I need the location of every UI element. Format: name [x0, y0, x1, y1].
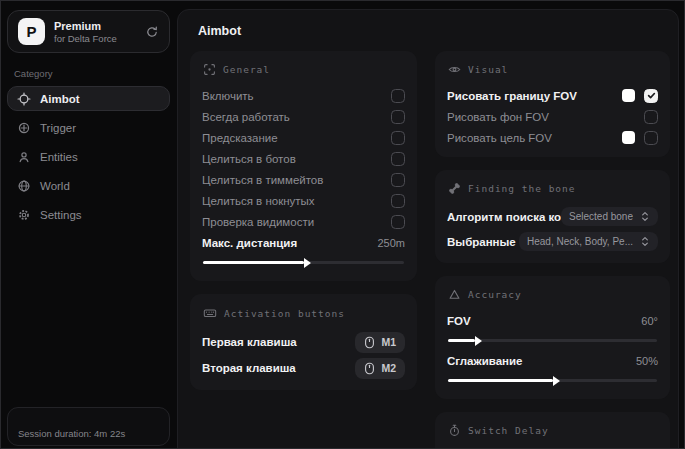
card-title: Finding the bone — [468, 183, 576, 194]
fov-slider[interactable] — [448, 339, 657, 342]
option-label: Рисовать границу FOV — [447, 90, 622, 102]
page-title: Aimbot — [198, 24, 670, 38]
dropdown-value: Head, Neck, Body, Pe... — [527, 236, 633, 247]
checkbox-target-teammates[interactable] — [391, 173, 405, 187]
premium-card: P Premium for Delta Force — [7, 10, 170, 53]
keybind-value: M2 — [381, 362, 396, 374]
color-swatch[interactable] — [622, 89, 635, 102]
option-label: Рисовать цель FOV — [447, 132, 622, 144]
keyboard-icon — [203, 306, 217, 320]
general-card: General Включить Всегда работать Предска… — [190, 51, 417, 281]
refresh-icon[interactable] — [145, 25, 159, 39]
sidebar-item-trigger[interactable]: Trigger — [7, 115, 170, 140]
setting-label: Алгоритм поиска кост — [447, 211, 561, 223]
chevron-up-down-icon — [640, 236, 650, 247]
crosshair-icon — [17, 92, 31, 106]
card-title: Accuracy — [468, 289, 522, 300]
eye-icon — [448, 63, 461, 76]
slider-value: 50% — [636, 355, 658, 367]
card-title: General — [223, 64, 270, 75]
sidebar-item-label: Entities — [40, 151, 78, 163]
option-label: Рисовать фон FOV — [447, 111, 644, 123]
mouse-icon — [364, 336, 375, 349]
keybind-label: Первая клавиша — [202, 336, 355, 348]
option-label: Включить — [202, 90, 391, 102]
option-label: Всегда работать — [202, 111, 391, 123]
accuracy-card: Accuracy FOV60° Сглаживание50% — [435, 276, 670, 399]
premium-subtitle: for Delta Force — [54, 33, 117, 44]
checkbox-enable[interactable] — [391, 89, 405, 103]
stopwatch-icon — [448, 424, 461, 437]
option-label: Проверка видимости — [202, 216, 391, 228]
option-label: Целиться в нокнутых — [202, 195, 391, 207]
sidebar-item-aimbot[interactable]: Aimbot — [7, 86, 170, 111]
slider-label: Сглаживание — [447, 355, 628, 367]
chevron-up-down-icon — [640, 211, 650, 222]
sidebar-item-label: Settings — [40, 209, 82, 221]
sidebar-item-settings[interactable]: Settings — [7, 202, 170, 227]
activation-buttons-card: Activation buttons Первая клавиша M1 Вто… — [190, 294, 417, 390]
bone-icon — [448, 182, 461, 195]
gear-icon — [17, 208, 31, 222]
app-logo: P — [18, 18, 45, 45]
premium-title: Premium — [54, 20, 117, 32]
session-duration-text: Session duration: 4m 22s — [18, 428, 125, 439]
smoothing-slider[interactable] — [448, 379, 657, 382]
selected-bones-dropdown[interactable]: Head, Neck, Body, Pe... — [519, 232, 658, 251]
slider-label: FOV — [447, 315, 633, 327]
checkbox-always-work[interactable] — [391, 110, 405, 124]
option-label: Предсказание — [202, 132, 391, 144]
slider-label: Макс. дистанция — [202, 237, 369, 249]
scan-frame-icon — [203, 63, 216, 76]
globe-icon — [17, 179, 31, 193]
main-panel: Aimbot General Включить Всегда раб — [177, 9, 679, 449]
checkbox-draw-fov-background[interactable] — [644, 110, 658, 124]
sidebar-item-world[interactable]: World — [7, 173, 170, 198]
visual-card: Visual Рисовать границу FOV Рисовать фон… — [435, 51, 670, 157]
card-title: Switch Delay — [468, 425, 549, 436]
card-title: Activation buttons — [224, 308, 345, 319]
sidebar-item-label: Aimbot — [40, 93, 80, 105]
option-label: Целиться в тиммейтов — [202, 174, 391, 186]
checkbox-target-knocked[interactable] — [391, 194, 405, 208]
color-swatch[interactable] — [622, 131, 635, 144]
checkbox-draw-fov-border[interactable] — [644, 89, 658, 103]
dropdown-value: Selected bone — [569, 211, 633, 222]
checkbox-visibility-check[interactable] — [391, 215, 405, 229]
checkbox-draw-fov-target[interactable] — [644, 131, 658, 145]
card-title: Visual — [468, 64, 508, 75]
checkbox-prediction[interactable] — [391, 131, 405, 145]
checkbox-target-bots[interactable] — [391, 152, 405, 166]
keybind-button-m2[interactable]: M2 — [355, 358, 405, 379]
trigger-scope-icon — [17, 121, 31, 135]
option-label: Целиться в ботов — [202, 153, 391, 165]
app-window: P Premium for Delta Force Category Aimbo… — [0, 0, 685, 449]
sidebar-item-entities[interactable]: Entities — [7, 144, 170, 169]
person-scan-icon — [17, 150, 31, 164]
triangle-icon — [448, 288, 461, 301]
keybind-button-m1[interactable]: M1 — [355, 332, 405, 353]
mouse-icon — [364, 362, 375, 375]
sidebar-item-label: Trigger — [40, 122, 76, 134]
switch-delay-card: Switch Delay Задержка переключения Задер… — [435, 412, 670, 449]
max-distance-slider[interactable] — [203, 261, 404, 264]
sidebar: P Premium for Delta Force Category Aimbo… — [1, 1, 177, 449]
setting-label: Выбранные кос — [447, 236, 519, 248]
keybind-label: Вторая клавиша — [202, 362, 355, 374]
session-duration: Session duration: 4m 22s — [7, 407, 170, 446]
finding-bone-card: Finding the bone Алгоритм поиска кост Se… — [435, 170, 670, 263]
sidebar-item-label: World — [40, 180, 70, 192]
slider-value: 60° — [641, 315, 658, 327]
slider-value: 250m — [377, 237, 405, 249]
bone-algorithm-dropdown[interactable]: Selected bone — [561, 207, 658, 226]
category-label: Category — [14, 68, 170, 79]
keybind-value: M1 — [381, 336, 396, 348]
